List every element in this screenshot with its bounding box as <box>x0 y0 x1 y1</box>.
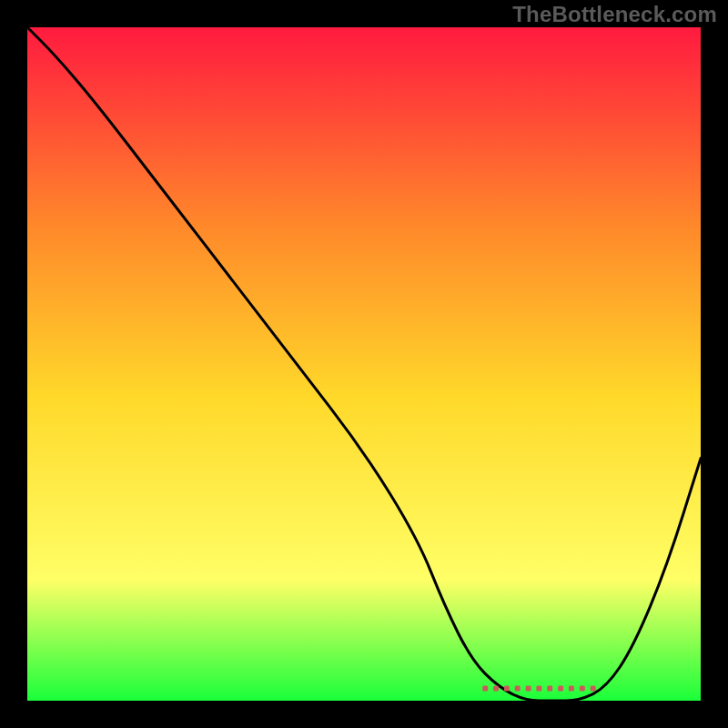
flat-marker-dot <box>591 686 596 692</box>
plot-area <box>27 27 701 701</box>
flat-marker-dot <box>493 686 499 692</box>
flat-marker-dot <box>547 686 552 692</box>
watermark-text: TheBottleneck.com <box>512 2 717 27</box>
chart-svg <box>27 27 701 701</box>
flat-marker-dot <box>504 686 510 692</box>
flat-marker-dot <box>569 686 574 692</box>
flat-marker-dot <box>482 686 488 692</box>
flat-marker-dot <box>558 686 563 692</box>
gradient-background <box>27 27 701 701</box>
chart-frame: TheBottleneck.com <box>0 0 728 728</box>
flat-marker-dot <box>536 686 541 692</box>
flat-marker-dot <box>580 686 585 692</box>
flat-marker-dot <box>515 686 521 692</box>
flat-marker-dot <box>526 686 531 692</box>
